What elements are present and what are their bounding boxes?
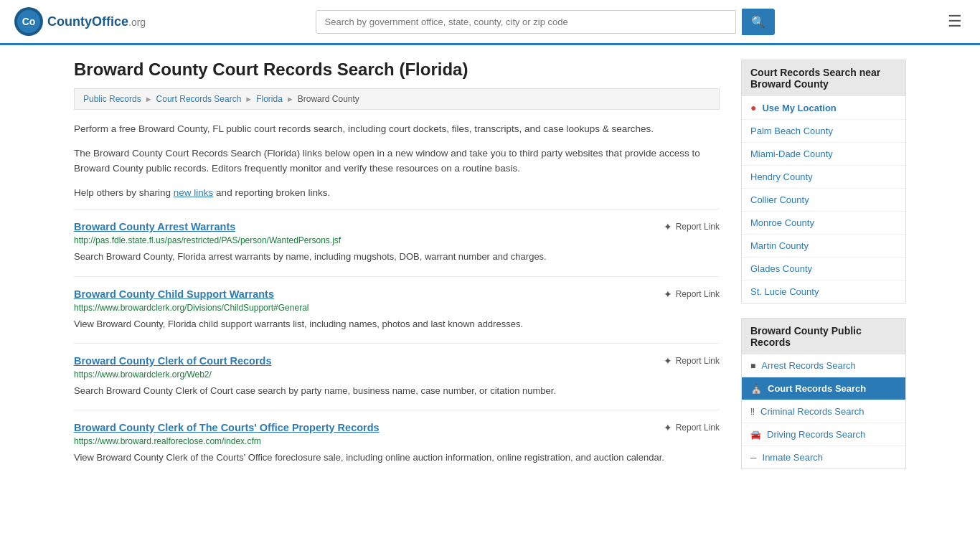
report-link-btn-3[interactable]: ✦ Report Link <box>664 422 720 433</box>
sidebar: Court Records Search near Broward County… <box>741 60 906 484</box>
nearby-county-link-2[interactable]: Hendry County <box>750 171 813 182</box>
new-links-link[interactable]: new links <box>174 187 214 198</box>
description-3-prefix: Help others by sharing <box>74 187 174 198</box>
result-desc-0: Search Broward County, Florida arrest wa… <box>74 250 720 264</box>
report-icon-2: ✦ <box>664 355 672 367</box>
public-records-header: Broward County Public Records <box>742 319 905 354</box>
nearby-county-link-3[interactable]: Collier County <box>750 194 809 205</box>
public-records-section: Broward County Public Records ■Arrest Re… <box>741 318 906 469</box>
result-url-1[interactable]: https://www.browardclerk.org/Divisions/C… <box>74 303 720 313</box>
report-icon-3: ✦ <box>664 422 672 433</box>
breadcrumb-public-records[interactable]: Public Records <box>83 94 141 104</box>
report-link-btn-0[interactable]: ✦ Report Link <box>664 221 720 232</box>
result-url-0[interactable]: http://pas.fdle.state.fl.us/pas/restrict… <box>74 235 720 245</box>
nearby-county-1[interactable]: Miami-Dade County <box>742 143 905 166</box>
location-dot-icon: ● <box>750 102 756 113</box>
logo-icon: Co <box>14 7 43 36</box>
breadcrumb-court-records[interactable]: Court Records Search <box>156 94 242 104</box>
pub-rec-link-0[interactable]: Arrest Records Search <box>761 360 856 371</box>
report-link-btn-1[interactable]: ✦ Report Link <box>664 288 720 300</box>
search-icon: 🔍 <box>751 16 765 28</box>
result-title-1[interactable]: Broward County Child Support Warrants <box>74 288 274 300</box>
report-label-1: Report Link <box>676 289 720 299</box>
svg-text:Co: Co <box>22 16 36 27</box>
result-title-3[interactable]: Broward County Clerk of The Courts' Offi… <box>74 422 380 433</box>
pub-rec-icon-0: ■ <box>750 361 755 371</box>
nearby-county-6[interactable]: Glades County <box>742 258 905 281</box>
nearby-header: Court Records Search near Broward County <box>742 60 905 96</box>
nearby-county-link-6[interactable]: Glades County <box>750 263 812 274</box>
nearby-county-link-4[interactable]: Monroe County <box>750 217 814 228</box>
pub-rec-link-3[interactable]: Driving Records Search <box>767 429 865 440</box>
site-header: Co CountyOffice.org 🔍 ☰ <box>0 0 980 45</box>
nearby-county-4[interactable]: Monroe County <box>742 212 905 235</box>
pub-rec-icon-3: 🚘 <box>750 430 761 440</box>
nearby-county-5[interactable]: Martin County <box>742 235 905 258</box>
pub-rec-item-1[interactable]: ⛪Court Records Search <box>742 377 905 400</box>
result-desc-1: View Broward County, Florida child suppo… <box>74 317 720 331</box>
result-url-2[interactable]: https://www.browardclerk.org/Web2/ <box>74 369 720 380</box>
result-desc-2: Search Broward County Clerk of Court cas… <box>74 384 720 398</box>
result-url-3[interactable]: https://www.broward.realforeclose.com/in… <box>74 436 720 446</box>
result-item-0: Broward County Arrest Warrants ✦ Report … <box>74 209 720 276</box>
result-desc-3: View Broward County Clerk of the Courts'… <box>74 451 720 465</box>
report-label-2: Report Link <box>676 356 720 366</box>
page-title: Broward County Court Records Search (Flo… <box>74 60 720 80</box>
breadcrumb-sep-1: ► <box>145 95 153 103</box>
report-link-btn-2[interactable]: ✦ Report Link <box>664 355 720 367</box>
pub-rec-link-4[interactable]: Inmate Search <box>763 452 824 463</box>
nearby-county-link-5[interactable]: Martin County <box>750 240 809 251</box>
breadcrumb-sep-2: ► <box>245 95 253 103</box>
search-bar: 🔍 <box>316 9 775 35</box>
report-label-3: Report Link <box>676 423 720 433</box>
result-title-2[interactable]: Broward County Clerk of Court Records <box>74 355 272 367</box>
pub-rec-link-2[interactable]: Criminal Records Search <box>760 406 864 417</box>
description-1: Perform a free Broward County, FL public… <box>74 121 720 137</box>
search-input[interactable] <box>316 10 736 34</box>
result-title-row-1: Broward County Child Support Warrants ✦ … <box>74 288 720 300</box>
nearby-counties-list: Palm Beach CountyMiami-Dade CountyHendry… <box>742 120 905 303</box>
result-title-row-0: Broward County Arrest Warrants ✦ Report … <box>74 221 720 232</box>
report-icon-1: ✦ <box>664 288 672 300</box>
breadcrumb-current: Broward County <box>298 94 359 104</box>
result-item-2: Broward County Clerk of Court Records ✦ … <box>74 343 720 410</box>
pub-rec-item-3[interactable]: 🚘Driving Records Search <box>742 423 905 446</box>
nearby-county-3[interactable]: Collier County <box>742 189 905 212</box>
description-3-suffix: and reporting broken links. <box>213 187 330 198</box>
logo[interactable]: Co CountyOffice.org <box>14 7 146 36</box>
hamburger-icon: ☰ <box>948 12 962 30</box>
result-item-1: Broward County Child Support Warrants ✦ … <box>74 276 720 343</box>
result-title-row-3: Broward County Clerk of The Courts' Offi… <box>74 422 720 433</box>
pub-rec-item-4[interactable]: ─Inmate Search <box>742 446 905 468</box>
results-list: Broward County Arrest Warrants ✦ Report … <box>74 209 720 476</box>
content-wrapper: Broward County Court Records Search (Flo… <box>60 45 920 498</box>
breadcrumb: Public Records ► Court Records Search ► … <box>74 88 720 110</box>
use-my-location[interactable]: ● Use My Location <box>742 96 905 120</box>
hamburger-menu-button[interactable]: ☰ <box>944 9 966 34</box>
report-icon-0: ✦ <box>664 221 672 232</box>
logo-text: CountyOffice.org <box>47 14 146 29</box>
result-title-row-2: Broward County Clerk of Court Records ✦ … <box>74 355 720 367</box>
nearby-county-0[interactable]: Palm Beach County <box>742 120 905 143</box>
result-title-0[interactable]: Broward County Arrest Warrants <box>74 221 235 232</box>
report-label-0: Report Link <box>676 222 720 232</box>
nearby-county-link-0[interactable]: Palm Beach County <box>750 126 833 136</box>
pub-rec-icon-4: ─ <box>750 453 757 463</box>
nearby-county-2[interactable]: Hendry County <box>742 166 905 189</box>
nearby-county-link-7[interactable]: St. Lucie County <box>750 286 819 297</box>
nearby-county-7[interactable]: St. Lucie County <box>742 281 905 303</box>
pub-rec-item-0[interactable]: ■Arrest Records Search <box>742 354 905 377</box>
breadcrumb-sep-3: ► <box>286 95 294 103</box>
pub-rec-label-1: Court Records Search <box>768 383 866 394</box>
use-location-link[interactable]: Use My Location <box>762 103 836 113</box>
nearby-county-link-1[interactable]: Miami-Dade County <box>750 149 833 159</box>
pub-rec-item-2[interactable]: ‼Criminal Records Search <box>742 400 905 423</box>
result-item-3: Broward County Clerk of The Courts' Offi… <box>74 410 720 476</box>
breadcrumb-florida[interactable]: Florida <box>256 94 283 104</box>
main-content: Broward County Court Records Search (Flo… <box>74 60 720 484</box>
public-records-list: ■Arrest Records Search⛪Court Records Sea… <box>742 354 905 468</box>
nearby-header-text: Court Records Search near Broward County <box>750 67 880 90</box>
search-button[interactable]: 🔍 <box>742 9 775 35</box>
public-records-header-text: Broward County Public Records <box>750 325 862 348</box>
pub-rec-icon-1: ⛪ <box>750 383 762 394</box>
